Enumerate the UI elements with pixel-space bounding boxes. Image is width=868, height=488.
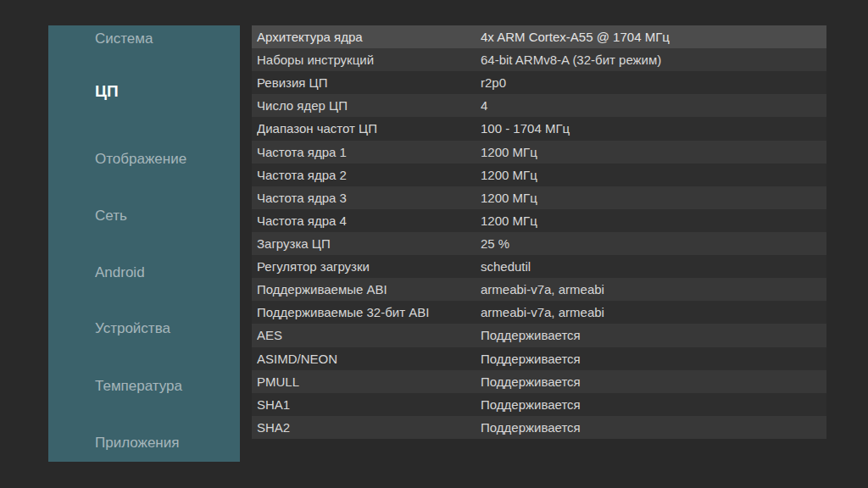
row-value: Поддерживается bbox=[481, 374, 826, 389]
table-row-core-architecture[interactable]: Архитектура ядра 4x ARM Cortex-A55 @ 170… bbox=[252, 25, 826, 48]
sidebar-item-display[interactable]: Отображение bbox=[95, 149, 233, 169]
table-row-sha1[interactable]: SHA1 Поддерживается bbox=[252, 393, 826, 416]
sidebar-item-system[interactable]: Система bbox=[95, 29, 233, 49]
table-row-core3-frequency[interactable]: Частота ядра 3 1200 МГц bbox=[252, 186, 826, 209]
row-value: 4x ARM Cortex-A55 @ 1704 МГц bbox=[481, 30, 826, 44]
row-value: armeabi-v7a, armeabi bbox=[481, 305, 826, 319]
sidebar-item-android[interactable]: Android bbox=[95, 263, 233, 283]
row-value: 4 bbox=[481, 98, 826, 113]
sidebar-item-devices[interactable]: Устройства bbox=[95, 319, 233, 339]
row-value: 1200 МГц bbox=[481, 168, 826, 182]
sidebar-item-network[interactable]: Сеть bbox=[95, 206, 233, 226]
table-row-asimd-neon[interactable]: ASIMD/NEON Поддерживается bbox=[252, 347, 826, 370]
table-row-core2-frequency[interactable]: Частота ядра 2 1200 МГц bbox=[252, 164, 826, 186]
row-label: Частота ядра 3 bbox=[257, 191, 481, 205]
sidebar-item-cpu[interactable]: ЦП bbox=[95, 81, 233, 102]
sidebar: Система ЦП Отображение Сеть Android Устр… bbox=[48, 25, 240, 462]
row-value: schedutil bbox=[481, 259, 826, 274]
row-label: Диапазон частот ЦП bbox=[257, 121, 481, 136]
sidebar-item-temperature[interactable]: Температура bbox=[95, 376, 233, 396]
row-value: Поддерживается bbox=[481, 352, 826, 366]
row-label: Поддерживаемые ABI bbox=[257, 282, 481, 297]
row-label: ASIMD/NEON bbox=[257, 352, 481, 366]
table-row-instruction-sets[interactable]: Наборы инструкций 64-bit ARMv8-A (32-бит… bbox=[252, 48, 826, 71]
table-row-frequency-range[interactable]: Диапазон частот ЦП 100 - 1704 МГц bbox=[252, 117, 826, 140]
row-label: PMULL bbox=[257, 374, 481, 389]
row-value: armeabi-v7a, armeabi bbox=[481, 282, 826, 297]
row-label: Архитектура ядра bbox=[257, 30, 481, 44]
table-row-cpu-load[interactable]: Загрузка ЦП 25 % bbox=[252, 232, 826, 255]
row-value: Поддерживается bbox=[481, 328, 826, 342]
row-value: r2p0 bbox=[481, 75, 826, 90]
row-value: 1200 МГц bbox=[481, 145, 826, 159]
row-label: SHA2 bbox=[257, 420, 481, 435]
row-label: Регулятор загрузки bbox=[257, 259, 481, 274]
row-value: Поддерживается bbox=[481, 420, 826, 435]
row-label: Частота ядра 4 bbox=[257, 214, 481, 228]
row-label: AES bbox=[257, 328, 481, 342]
row-label: Загрузка ЦП bbox=[257, 236, 481, 251]
table-row-pmull[interactable]: PMULL Поддерживается bbox=[252, 370, 826, 393]
row-label: Поддерживаемые 32-бит ABI bbox=[257, 305, 481, 319]
table-row-core1-frequency[interactable]: Частота ядра 1 1200 МГц bbox=[252, 141, 826, 164]
row-value: 1200 МГц bbox=[481, 214, 826, 228]
row-value: 64-bit ARMv8-A (32-бит режим) bbox=[481, 53, 826, 67]
row-value: 100 - 1704 МГц bbox=[481, 121, 826, 136]
row-label: Наборы инструкций bbox=[257, 53, 481, 67]
table-row-core4-frequency[interactable]: Частота ядра 4 1200 МГц bbox=[252, 209, 826, 232]
row-label: Частота ядра 1 bbox=[257, 145, 481, 159]
row-label: Ревизия ЦП bbox=[257, 75, 481, 90]
table-row-aes[interactable]: AES Поддерживается bbox=[252, 324, 826, 347]
row-label: Число ядер ЦП bbox=[257, 98, 481, 113]
row-label: Частота ядра 2 bbox=[257, 168, 481, 182]
cpu-info-table: Архитектура ядра 4x ARM Cortex-A55 @ 170… bbox=[252, 25, 826, 439]
row-value: Поддерживается bbox=[481, 397, 826, 412]
table-row-supported-32bit-abi[interactable]: Поддерживаемые 32-бит ABI armeabi-v7a, a… bbox=[252, 301, 826, 324]
table-row-governor[interactable]: Регулятор загрузки schedutil bbox=[252, 255, 826, 278]
table-row-cpu-revision[interactable]: Ревизия ЦП r2p0 bbox=[252, 71, 826, 94]
app-window: Система ЦП Отображение Сеть Android Устр… bbox=[0, 0, 868, 488]
table-row-supported-abi[interactable]: Поддерживаемые ABI armeabi-v7a, armeabi bbox=[252, 278, 826, 301]
row-label: SHA1 bbox=[257, 397, 481, 412]
table-row-core-count[interactable]: Число ядер ЦП 4 bbox=[252, 94, 826, 117]
sidebar-item-apps[interactable]: Приложения bbox=[95, 433, 233, 453]
table-row-sha2[interactable]: SHA2 Поддерживается bbox=[252, 416, 826, 439]
row-value: 25 % bbox=[481, 236, 826, 251]
row-value: 1200 МГц bbox=[481, 191, 826, 205]
